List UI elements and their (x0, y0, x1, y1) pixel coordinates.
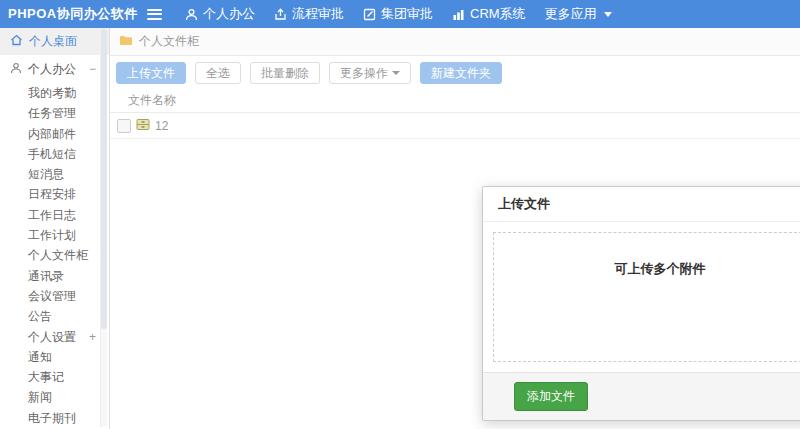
sidebar-item-work-plan[interactable]: 工作计划 (0, 225, 109, 245)
sidebar-item-label: 工作日志 (28, 208, 76, 222)
sidebar-item-label: 电子期刊 (28, 411, 76, 425)
more-actions-button[interactable]: 更多操作 (329, 62, 411, 84)
dialog-footer: 添加文件 (483, 372, 800, 420)
sidebar-item-label: 个人文件柜 (28, 248, 88, 262)
nav-more-apps[interactable]: 更多应用 (545, 5, 612, 23)
select-all-button[interactable]: 全选 (195, 62, 241, 84)
caret-down-icon (392, 71, 400, 75)
folder-icon (119, 35, 133, 49)
sidebar-item-label: 通知 (28, 350, 52, 364)
sidebar-item-label: 个人桌面 (29, 33, 77, 50)
sidebar-item-meetings[interactable]: 会议管理 (0, 286, 109, 306)
sidebar-item-news[interactable]: 新闻 (0, 387, 109, 407)
nav-crm-system[interactable]: CRM系统 (452, 5, 526, 23)
flow-approval-icon (274, 8, 287, 21)
sidebar-group-personal-office[interactable]: 个人办公 − (0, 55, 109, 83)
nav-label: 更多应用 (545, 5, 597, 23)
menu-toggle-icon[interactable] (147, 9, 162, 20)
table-header: 文件名称 (110, 89, 800, 113)
sidebar-group-label: 个人办公 (28, 61, 76, 78)
table-row: 12 (110, 113, 800, 139)
sidebar-item-label: 手机短信 (28, 147, 76, 161)
row-checkbox[interactable] (117, 119, 131, 133)
sidebar-item-label: 新闻 (28, 390, 52, 404)
sidebar-item-label: 我的考勤 (28, 86, 76, 100)
sidebar-item-label: 任务管理 (28, 106, 76, 120)
upload-dropzone[interactable]: 可上传多个附件 (493, 232, 800, 362)
home-icon (10, 34, 23, 49)
collapse-icon[interactable]: − (89, 62, 96, 76)
sidebar-item-label: 内部邮件 (28, 127, 76, 141)
nav-label: 集团审批 (381, 5, 433, 23)
edit-icon (363, 8, 376, 21)
sidebar-item-label: 工作计划 (28, 228, 76, 242)
more-actions-label: 更多操作 (340, 65, 388, 82)
dropzone-hint: 可上传多个附件 (615, 260, 706, 278)
sidebar-item-personal-settings[interactable]: 个人设置 + (0, 327, 109, 347)
breadcrumb-label: 个人文件柜 (139, 33, 199, 50)
upload-dialog: 上传文件 可上传多个附件 添加文件 (482, 186, 800, 421)
nav-label: 个人办公 (203, 5, 255, 23)
sidebar-item-label: 日程安排 (28, 187, 76, 201)
sidebar-item-work-log[interactable]: 工作日志 (0, 205, 109, 225)
upload-file-button[interactable]: 上传文件 (116, 62, 186, 84)
sidebar-item-sms[interactable]: 手机短信 (0, 144, 109, 164)
person-icon (10, 62, 22, 77)
sidebar-item-notifications[interactable]: 通知 (0, 347, 109, 367)
sidebar-item-schedule[interactable]: 日程安排 (0, 184, 109, 204)
nav-flow-approval[interactable]: 流程审批 (274, 5, 344, 23)
sidebar-item-file-cabinet[interactable]: 个人文件柜 (0, 245, 109, 265)
nav-group-approval[interactable]: 集团审批 (363, 5, 433, 23)
file-name-column-header: 文件名称 (128, 93, 176, 107)
topbar: PHPOA协同办公软件 个人办公 流程审批 集团审批 CRM系统 更多应用 (0, 0, 800, 28)
expand-icon[interactable]: + (89, 327, 96, 347)
sidebar-item-short-message[interactable]: 短消息 (0, 164, 109, 184)
app-logo: PHPOA协同办公软件 (0, 5, 147, 23)
nav-label: CRM系统 (470, 5, 526, 23)
nav-personal-office[interactable]: 个人办公 (185, 5, 255, 23)
cabinet-icon (136, 118, 150, 134)
batch-delete-button[interactable]: 批量删除 (250, 62, 320, 84)
sidebar-item-desktop[interactable]: 个人桌面 (0, 28, 109, 55)
sidebar-item-label: 公告 (28, 309, 52, 323)
sidebar-scrollbar[interactable] (100, 29, 107, 427)
add-file-button[interactable]: 添加文件 (514, 382, 588, 411)
new-folder-button[interactable]: 新建文件夹 (420, 62, 502, 84)
dialog-title: 上传文件 (498, 196, 550, 211)
sidebar-item-label: 个人设置 (28, 330, 76, 344)
sidebar-item-contacts[interactable]: 通讯录 (0, 266, 109, 286)
toolbar: 上传文件 全选 批量删除 更多操作 新建文件夹 (110, 56, 800, 89)
sidebar-item-attendance[interactable]: 我的考勤 (0, 83, 109, 103)
sidebar-item-internal-mail[interactable]: 内部邮件 (0, 124, 109, 144)
scrollbar-thumb[interactable] (101, 29, 107, 329)
dialog-header: 上传文件 (483, 187, 800, 222)
sidebar-item-announcements[interactable]: 公告 (0, 306, 109, 326)
nav-label: 流程审批 (292, 5, 344, 23)
sidebar: 个人桌面 个人办公 − 我的考勤 任务管理 内部邮件 手机短信 短消息 日程安排… (0, 28, 110, 429)
caret-down-icon (604, 12, 612, 17)
sidebar-item-label: 会议管理 (28, 289, 76, 303)
dialog-body: 可上传多个附件 (483, 222, 800, 372)
breadcrumb: 个人文件柜 (110, 28, 800, 56)
file-name-link[interactable]: 12 (155, 119, 168, 133)
sidebar-item-label: 通讯录 (28, 269, 64, 283)
sidebar-item-tasks[interactable]: 任务管理 (0, 103, 109, 123)
user-icon (185, 8, 198, 21)
sidebar-item-label: 短消息 (28, 167, 64, 181)
sidebar-item-label: 大事记 (28, 370, 64, 384)
sidebar-item-milestones[interactable]: 大事记 (0, 367, 109, 387)
sidebar-item-e-journal[interactable]: 电子期刊 (0, 408, 109, 428)
bar-chart-icon (452, 8, 465, 21)
